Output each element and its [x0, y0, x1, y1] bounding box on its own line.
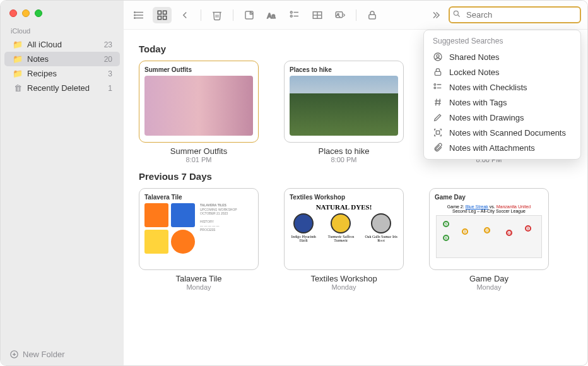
table-button[interactable]	[308, 7, 327, 23]
sidebar-item-label: Notes	[27, 54, 104, 64]
folder-icon: 📁	[12, 69, 23, 78]
svg-point-7	[134, 15, 136, 16]
toolbar-divider	[201, 9, 201, 21]
more-button[interactable]	[426, 7, 445, 23]
gd-link: Blue Streak	[466, 204, 488, 209]
delete-button[interactable]	[208, 7, 226, 23]
suggestion-label: Notes with Drawings	[449, 113, 524, 122]
svg-point-6	[134, 11, 136, 13]
checklist-button[interactable]	[285, 7, 304, 23]
swatch-label: Indigo Hyacinth Iliztli	[290, 235, 317, 242]
new-note-button[interactable]	[240, 7, 259, 23]
search-icon	[452, 9, 461, 21]
sidebar-item-notes[interactable]: 📁 Notes 20	[4, 52, 120, 66]
suggestion-shared-notes[interactable]: Shared Notes	[424, 49, 580, 64]
sidebar-item-count: 3	[108, 69, 112, 78]
new-folder-label: New Folder	[23, 350, 64, 359]
svg-text:Aa: Aa	[268, 11, 276, 19]
note-card: Textiles Workshop NATURAL DYES! Indigo H…	[284, 188, 404, 291]
svg-point-32	[434, 87, 436, 89]
note-thumbnail-places-to-hike[interactable]: Places to hike	[284, 61, 404, 143]
paperclip-icon	[433, 143, 443, 153]
window-controls	[1, 1, 124, 22]
back-button[interactable]	[175, 7, 194, 23]
sidebar-item-label: Recipes	[27, 69, 108, 78]
thumb-image: Game 2: Blue Streak vs. Manzanita United…	[435, 203, 543, 259]
swatch-label: Turmeric Saffron Turmeric	[324, 235, 358, 242]
suggestion-tags[interactable]: Notes with Tags	[424, 95, 580, 110]
svg-rect-11	[158, 16, 161, 19]
svg-point-30	[434, 84, 436, 86]
svg-point-8	[134, 17, 136, 18]
thumb-image: NATURAL DYES! Indigo Hyacinth Iliztli Tu…	[290, 203, 398, 242]
suggestion-drawings[interactable]: Notes with Drawings	[424, 110, 580, 125]
sidebar-item-count: 1	[108, 84, 112, 93]
suggestion-attachments[interactable]: Notes with Attachments	[424, 140, 580, 155]
note-thumbnail-textiles[interactable]: Textiles Workshop NATURAL DYES! Indigo H…	[284, 188, 404, 270]
svg-rect-9	[158, 11, 161, 14]
search-input[interactable]	[449, 6, 581, 23]
note-thumbnail-talavera[interactable]: Talavera Tile TALAVERA TILES UPCOMING WO…	[139, 188, 259, 270]
suggestion-locked-notes[interactable]: Locked Notes	[424, 64, 580, 80]
suggestion-checklists[interactable]: Notes with Checklists	[424, 80, 580, 95]
svg-line-37	[439, 99, 440, 106]
gallery-view-button[interactable]	[153, 7, 172, 23]
lock-button[interactable]	[363, 7, 382, 23]
search-suggestions-popover: Suggested Searches Shared Notes Locked N…	[423, 30, 581, 160]
close-window-button[interactable]	[9, 9, 17, 17]
thumb-image: TALAVERA TILES UPCOMING WORKSHOP OCTOBER…	[144, 203, 253, 263]
sidebar-item-all-icloud[interactable]: 📁 All iCloud 23	[4, 37, 120, 52]
minimize-window-button[interactable]	[22, 9, 30, 17]
thumb-title: Talavera Tile	[144, 194, 253, 201]
sidebar: iCloud 📁 All iCloud 23 📁 Notes 20 📁 Reci…	[1, 1, 124, 365]
svg-point-28	[437, 55, 439, 57]
sidebar-item-label: Recently Deleted	[27, 83, 108, 93]
note-card: Places to hike Places to hike 8:00 PM	[284, 61, 404, 163]
suggestion-label: Notes with Tags	[449, 98, 507, 107]
new-folder-button[interactable]: New Folder	[1, 343, 124, 365]
card-time: 8:01 PM	[139, 156, 259, 163]
trash-icon: 🗑	[12, 83, 23, 93]
svg-point-17	[290, 15, 292, 17]
suggestion-scanned[interactable]: Notes with Scanned Documents	[424, 125, 580, 140]
svg-rect-12	[163, 16, 167, 19]
section-title-prev7: Previous 7 Days	[139, 171, 572, 182]
gd-text: Game 2:	[447, 204, 464, 209]
sidebar-item-count: 23	[104, 40, 112, 49]
thumb-image	[290, 76, 398, 136]
sidebar-item-recently-deleted[interactable]: 🗑 Recently Deleted 1	[4, 81, 120, 95]
svg-rect-24	[369, 15, 376, 19]
talavera-date: OCTOBER 21 2023	[200, 211, 253, 216]
card-title: Talavera Tile	[139, 274, 259, 283]
suggestion-label: Shared Notes	[449, 52, 500, 62]
gd-text: vs.	[490, 204, 495, 209]
search-field[interactable]	[449, 6, 581, 23]
svg-line-26	[458, 15, 460, 16]
svg-point-25	[454, 11, 458, 15]
sidebar-list: 📁 All iCloud 23 📁 Notes 20 📁 Recipes 3 🗑…	[1, 37, 124, 95]
sidebar-item-recipes[interactable]: 📁 Recipes 3	[4, 66, 120, 81]
note-thumbnail-summer-outfits[interactable]: Summer Outfits	[139, 61, 259, 143]
media-button[interactable]	[331, 7, 350, 23]
plus-circle-icon	[9, 350, 19, 359]
svg-rect-10	[163, 11, 167, 14]
card-time: Monday	[429, 283, 549, 291]
pencil-icon	[433, 112, 443, 122]
list-view-button[interactable]	[130, 7, 149, 23]
note-thumbnail-game-day[interactable]: Game Day Game 2: Blue Streak vs. Manzani…	[429, 188, 549, 270]
card-title: Textiles Workshop	[284, 274, 404, 283]
main-area: Aa Today Summer Outfits Summe	[124, 1, 587, 365]
format-button[interactable]: Aa	[262, 7, 281, 23]
svg-rect-38	[436, 131, 439, 134]
suggestion-label: Notes with Checklists	[449, 83, 527, 92]
person-circle-icon	[433, 52, 443, 62]
swatch-label: Oak Galls Sumac Iris Root	[364, 235, 398, 242]
thumb-title: Places to hike	[290, 66, 398, 73]
card-title: Game Day	[429, 274, 549, 283]
talavera-sub: PROCESS	[200, 228, 253, 232]
fullscreen-window-button[interactable]	[35, 9, 42, 17]
suggestion-label: Notes with Attachments	[449, 143, 535, 153]
scan-icon	[433, 127, 443, 138]
sidebar-item-label: All iCloud	[27, 40, 104, 49]
suggestion-label: Notes with Scanned Documents	[449, 128, 566, 138]
